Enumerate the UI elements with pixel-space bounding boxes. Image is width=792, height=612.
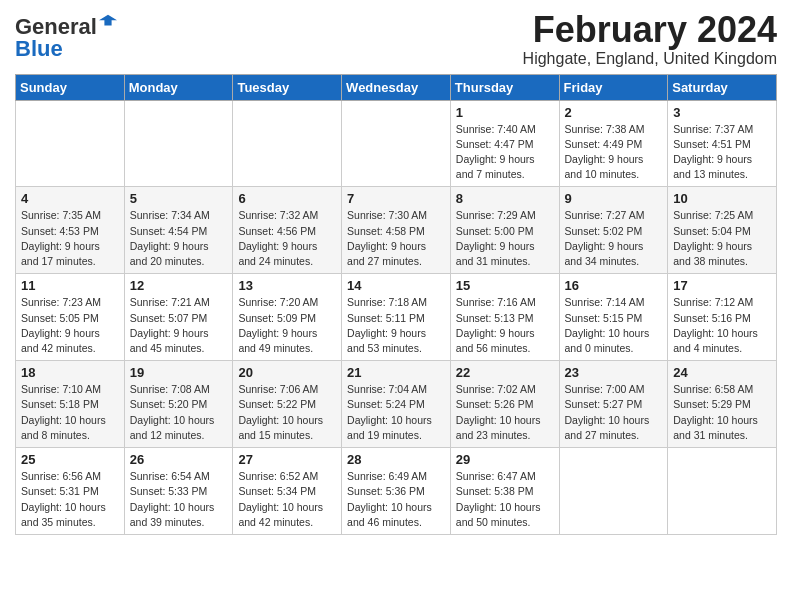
- day-number: 25: [21, 452, 119, 467]
- day-info: Sunrise: 7:00 AM Sunset: 5:27 PM Dayligh…: [565, 382, 663, 443]
- day-number: 8: [456, 191, 554, 206]
- svg-marker-0: [99, 15, 117, 26]
- title-block: February 2024 Highgate, England, United …: [523, 10, 777, 68]
- col-header-monday: Monday: [124, 74, 233, 100]
- calendar-cell: [124, 100, 233, 187]
- day-number: 5: [130, 191, 228, 206]
- col-header-sunday: Sunday: [16, 74, 125, 100]
- day-number: 27: [238, 452, 336, 467]
- calendar-cell: 26Sunrise: 6:54 AM Sunset: 5:33 PM Dayli…: [124, 448, 233, 535]
- calendar-cell: 15Sunrise: 7:16 AM Sunset: 5:13 PM Dayli…: [450, 274, 559, 361]
- calendar-cell: 13Sunrise: 7:20 AM Sunset: 5:09 PM Dayli…: [233, 274, 342, 361]
- day-info: Sunrise: 7:32 AM Sunset: 4:56 PM Dayligh…: [238, 208, 336, 269]
- col-header-thursday: Thursday: [450, 74, 559, 100]
- calendar-cell: 29Sunrise: 6:47 AM Sunset: 5:38 PM Dayli…: [450, 448, 559, 535]
- day-number: 14: [347, 278, 445, 293]
- day-number: 18: [21, 365, 119, 380]
- day-info: Sunrise: 7:08 AM Sunset: 5:20 PM Dayligh…: [130, 382, 228, 443]
- day-number: 7: [347, 191, 445, 206]
- calendar-cell: 28Sunrise: 6:49 AM Sunset: 5:36 PM Dayli…: [342, 448, 451, 535]
- day-info: Sunrise: 7:37 AM Sunset: 4:51 PM Dayligh…: [673, 122, 771, 183]
- day-number: 3: [673, 105, 771, 120]
- day-info: Sunrise: 7:06 AM Sunset: 5:22 PM Dayligh…: [238, 382, 336, 443]
- day-info: Sunrise: 7:12 AM Sunset: 5:16 PM Dayligh…: [673, 295, 771, 356]
- col-header-friday: Friday: [559, 74, 668, 100]
- day-number: 28: [347, 452, 445, 467]
- day-number: 21: [347, 365, 445, 380]
- day-number: 15: [456, 278, 554, 293]
- calendar-cell: 5Sunrise: 7:34 AM Sunset: 4:54 PM Daylig…: [124, 187, 233, 274]
- calendar-cell: 10Sunrise: 7:25 AM Sunset: 5:04 PM Dayli…: [668, 187, 777, 274]
- day-info: Sunrise: 6:56 AM Sunset: 5:31 PM Dayligh…: [21, 469, 119, 530]
- day-info: Sunrise: 7:02 AM Sunset: 5:26 PM Dayligh…: [456, 382, 554, 443]
- day-info: Sunrise: 6:47 AM Sunset: 5:38 PM Dayligh…: [456, 469, 554, 530]
- calendar-cell: 21Sunrise: 7:04 AM Sunset: 5:24 PM Dayli…: [342, 361, 451, 448]
- calendar-cell: [668, 448, 777, 535]
- day-info: Sunrise: 7:30 AM Sunset: 4:58 PM Dayligh…: [347, 208, 445, 269]
- day-number: 1: [456, 105, 554, 120]
- day-number: 6: [238, 191, 336, 206]
- logo-bird-icon: [99, 13, 117, 31]
- calendar-table: SundayMondayTuesdayWednesdayThursdayFrid…: [15, 74, 777, 535]
- day-info: Sunrise: 7:29 AM Sunset: 5:00 PM Dayligh…: [456, 208, 554, 269]
- calendar-cell: 20Sunrise: 7:06 AM Sunset: 5:22 PM Dayli…: [233, 361, 342, 448]
- day-number: 17: [673, 278, 771, 293]
- calendar-cell: 23Sunrise: 7:00 AM Sunset: 5:27 PM Dayli…: [559, 361, 668, 448]
- day-info: Sunrise: 7:27 AM Sunset: 5:02 PM Dayligh…: [565, 208, 663, 269]
- col-header-tuesday: Tuesday: [233, 74, 342, 100]
- day-number: 24: [673, 365, 771, 380]
- calendar-cell: 3Sunrise: 7:37 AM Sunset: 4:51 PM Daylig…: [668, 100, 777, 187]
- calendar-cell: 27Sunrise: 6:52 AM Sunset: 5:34 PM Dayli…: [233, 448, 342, 535]
- day-info: Sunrise: 6:49 AM Sunset: 5:36 PM Dayligh…: [347, 469, 445, 530]
- day-info: Sunrise: 7:21 AM Sunset: 5:07 PM Dayligh…: [130, 295, 228, 356]
- day-info: Sunrise: 7:25 AM Sunset: 5:04 PM Dayligh…: [673, 208, 771, 269]
- calendar-subtitle: Highgate, England, United Kingdom: [523, 50, 777, 68]
- calendar-title: February 2024: [523, 10, 777, 50]
- day-info: Sunrise: 7:20 AM Sunset: 5:09 PM Dayligh…: [238, 295, 336, 356]
- day-info: Sunrise: 7:23 AM Sunset: 5:05 PM Dayligh…: [21, 295, 119, 356]
- day-number: 9: [565, 191, 663, 206]
- calendar-cell: 14Sunrise: 7:18 AM Sunset: 5:11 PM Dayli…: [342, 274, 451, 361]
- day-info: Sunrise: 7:40 AM Sunset: 4:47 PM Dayligh…: [456, 122, 554, 183]
- calendar-cell: [233, 100, 342, 187]
- day-info: Sunrise: 7:35 AM Sunset: 4:53 PM Dayligh…: [21, 208, 119, 269]
- calendar-cell: [16, 100, 125, 187]
- calendar-cell: 2Sunrise: 7:38 AM Sunset: 4:49 PM Daylig…: [559, 100, 668, 187]
- day-number: 10: [673, 191, 771, 206]
- col-header-saturday: Saturday: [668, 74, 777, 100]
- day-number: 19: [130, 365, 228, 380]
- day-number: 12: [130, 278, 228, 293]
- calendar-cell: 8Sunrise: 7:29 AM Sunset: 5:00 PM Daylig…: [450, 187, 559, 274]
- day-info: Sunrise: 7:14 AM Sunset: 5:15 PM Dayligh…: [565, 295, 663, 356]
- calendar-cell: [559, 448, 668, 535]
- day-info: Sunrise: 7:04 AM Sunset: 5:24 PM Dayligh…: [347, 382, 445, 443]
- day-info: Sunrise: 7:18 AM Sunset: 5:11 PM Dayligh…: [347, 295, 445, 356]
- calendar-cell: 18Sunrise: 7:10 AM Sunset: 5:18 PM Dayli…: [16, 361, 125, 448]
- day-number: 20: [238, 365, 336, 380]
- day-number: 13: [238, 278, 336, 293]
- day-number: 2: [565, 105, 663, 120]
- day-number: 16: [565, 278, 663, 293]
- logo: General Blue: [15, 14, 117, 62]
- day-info: Sunrise: 6:52 AM Sunset: 5:34 PM Dayligh…: [238, 469, 336, 530]
- calendar-cell: 17Sunrise: 7:12 AM Sunset: 5:16 PM Dayli…: [668, 274, 777, 361]
- calendar-cell: 1Sunrise: 7:40 AM Sunset: 4:47 PM Daylig…: [450, 100, 559, 187]
- calendar-cell: 7Sunrise: 7:30 AM Sunset: 4:58 PM Daylig…: [342, 187, 451, 274]
- day-info: Sunrise: 7:10 AM Sunset: 5:18 PM Dayligh…: [21, 382, 119, 443]
- calendar-cell: 11Sunrise: 7:23 AM Sunset: 5:05 PM Dayli…: [16, 274, 125, 361]
- calendar-cell: 16Sunrise: 7:14 AM Sunset: 5:15 PM Dayli…: [559, 274, 668, 361]
- calendar-cell: 12Sunrise: 7:21 AM Sunset: 5:07 PM Dayli…: [124, 274, 233, 361]
- calendar-cell: 19Sunrise: 7:08 AM Sunset: 5:20 PM Dayli…: [124, 361, 233, 448]
- calendar-cell: 4Sunrise: 7:35 AM Sunset: 4:53 PM Daylig…: [16, 187, 125, 274]
- day-number: 29: [456, 452, 554, 467]
- day-number: 26: [130, 452, 228, 467]
- calendar-cell: 25Sunrise: 6:56 AM Sunset: 5:31 PM Dayli…: [16, 448, 125, 535]
- calendar-cell: 24Sunrise: 6:58 AM Sunset: 5:29 PM Dayli…: [668, 361, 777, 448]
- col-header-wednesday: Wednesday: [342, 74, 451, 100]
- day-number: 11: [21, 278, 119, 293]
- day-number: 22: [456, 365, 554, 380]
- day-number: 4: [21, 191, 119, 206]
- day-info: Sunrise: 7:16 AM Sunset: 5:13 PM Dayligh…: [456, 295, 554, 356]
- calendar-cell: 22Sunrise: 7:02 AM Sunset: 5:26 PM Dayli…: [450, 361, 559, 448]
- day-info: Sunrise: 6:58 AM Sunset: 5:29 PM Dayligh…: [673, 382, 771, 443]
